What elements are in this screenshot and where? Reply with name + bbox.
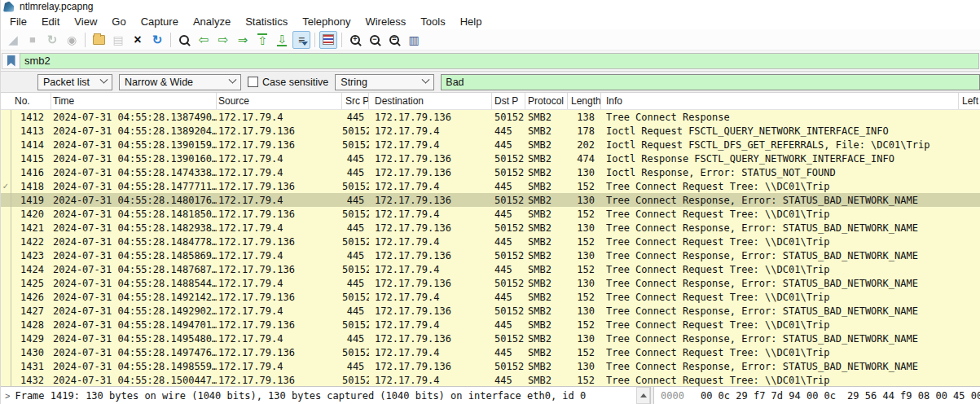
- menu-item-capture[interactable]: Capture: [134, 15, 186, 29]
- header-cell-dstp[interactable]: Dst P: [492, 93, 525, 109]
- cell-protocol: SMB2: [525, 292, 568, 303]
- cell-protocol: SMB2: [525, 112, 568, 123]
- zoom-out-button[interactable]: −: [366, 31, 384, 49]
- go-to-packet-button[interactable]: ⇒: [234, 31, 252, 49]
- header-cell-left[interactable]: Left: [959, 93, 980, 109]
- cell-time: 2024-07-31 04:55:28.1482938…: [51, 222, 217, 234]
- packet-bytes-pane[interactable]: 0000 00 0c 29 f7 7d 94 00 0c 29 56 44 f9…: [654, 387, 980, 404]
- cell-dst-port: 50152: [492, 305, 525, 317]
- cell-src-port: 50152: [342, 181, 369, 192]
- packet-row[interactable]: 14142024-07-31 04:55:28.1390159…172.17.7…: [1, 138, 980, 152]
- display-filter-input[interactable]: smb2: [20, 53, 979, 69]
- menu-item-help[interactable]: Help: [453, 15, 490, 29]
- find-button[interactable]: [175, 31, 193, 49]
- header-cell-dest[interactable]: Destination: [369, 93, 492, 109]
- cell-destination: 172.17.79.4: [369, 181, 492, 192]
- auto-scroll-button[interactable]: ≡: [292, 31, 310, 49]
- header-cell-no[interactable]: No.: [11, 93, 51, 109]
- menu-item-statistics[interactable]: Statistics: [238, 15, 295, 29]
- packet-row[interactable]: 14212024-07-31 04:55:28.1482938…172.17.7…: [1, 221, 980, 235]
- packet-row[interactable]: 14302024-07-31 04:55:28.1497476…172.17.7…: [1, 345, 980, 359]
- detail-expander-icon[interactable]: >: [1, 391, 15, 401]
- cell-info: Tree Connect Response, Error: STATUS_BAD…: [601, 361, 980, 372]
- file-open-button[interactable]: [90, 31, 108, 49]
- capture-restart-button[interactable]: ↻: [43, 31, 61, 49]
- cell-src-port: 445: [342, 278, 369, 289]
- header-cell-len[interactable]: Length: [568, 93, 601, 109]
- packet-row[interactable]: 14282024-07-31 04:55:28.1494701…172.17.7…: [1, 318, 980, 332]
- packet-row[interactable]: 14242024-07-31 04:55:28.1487687…172.17.7…: [1, 262, 980, 276]
- menu-item-go[interactable]: Go: [104, 15, 133, 29]
- colorize-button[interactable]: [319, 31, 337, 49]
- go-top-icon: ⇧: [257, 33, 267, 46]
- related-check-icon: [1, 276, 11, 290]
- header-cell-srcp[interactable]: Src P: [342, 93, 369, 109]
- go-forward-button[interactable]: ⇨: [214, 31, 232, 49]
- menu-item-telephony[interactable]: Telephony: [295, 15, 358, 29]
- find-input[interactable]: Bad: [441, 74, 980, 90]
- packet-row[interactable]: 14292024-07-31 04:55:28.1495480…172.17.7…: [1, 332, 980, 345]
- packet-row[interactable]: 14122024-07-31 04:55:28.1387490…172.17.7…: [1, 110, 980, 124]
- capture-stop-button[interactable]: ■: [24, 31, 42, 49]
- zoom-reset-button[interactable]: =: [385, 31, 403, 49]
- cell-time: 2024-07-31 04:55:28.1500447…: [51, 375, 217, 386]
- file-open-icon: [93, 35, 105, 45]
- cell-src-port: 445: [342, 250, 369, 261]
- related-check-icon: [1, 152, 11, 165]
- packet-row[interactable]: 14192024-07-31 04:55:28.1480176…172.17.7…: [1, 193, 980, 207]
- cell-protocol: SMB2: [525, 305, 568, 317]
- go-bottom-button[interactable]: ⇩: [273, 31, 291, 49]
- go-top-button[interactable]: ⇧: [253, 31, 271, 49]
- cell-source: 172.17.79.4: [217, 195, 342, 206]
- case-sensitive-checkbox[interactable]: [248, 77, 258, 87]
- header-cell-proto[interactable]: Protocol: [525, 93, 568, 109]
- reload-button[interactable]: ↻: [148, 31, 166, 49]
- header-cell-source[interactable]: Source: [217, 93, 342, 109]
- packet-row[interactable]: 14232024-07-31 04:55:28.1485869…172.17.7…: [1, 248, 980, 262]
- cell-dst-port: 445: [492, 236, 525, 248]
- packet-detail-pane[interactable]: > Frame 1419: 130 bytes on wire (1040 bi…: [1, 387, 636, 404]
- search-type-select[interactable]: String: [335, 74, 434, 90]
- file-close-button[interactable]: ×: [129, 31, 147, 49]
- resize-columns-button[interactable]: ▥: [405, 31, 423, 49]
- packet-row[interactable]: ✓14182024-07-31 04:55:28.1477711…172.17.…: [1, 179, 980, 193]
- menu-item-view[interactable]: View: [67, 15, 104, 29]
- menu-item-edit[interactable]: Edit: [34, 15, 67, 29]
- capture-restart-icon: ↻: [47, 33, 58, 46]
- cell-dst-port: 445: [492, 319, 525, 331]
- cell-src-port: 445: [342, 305, 369, 317]
- packet-row[interactable]: 14312024-07-31 04:55:28.1498559…172.17.7…: [1, 359, 980, 373]
- go-back-button[interactable]: ⇦: [195, 31, 213, 49]
- menu-item-tools[interactable]: Tools: [413, 15, 452, 29]
- related-check-icon: [1, 373, 11, 386]
- menu-item-analyze[interactable]: Analyze: [186, 15, 238, 29]
- packet-row[interactable]: 14252024-07-31 04:55:28.1488544…172.17.7…: [1, 276, 980, 290]
- go-bottom-icon: ⇩: [277, 33, 287, 46]
- filter-bookmark-button[interactable]: [2, 53, 20, 69]
- zoom-in-button[interactable]: +: [346, 31, 364, 49]
- detail-scroll-up-button[interactable]: [636, 387, 650, 404]
- file-save-button[interactable]: ▤: [109, 31, 127, 49]
- menu-item-file[interactable]: File: [2, 15, 34, 29]
- search-charset-select[interactable]: Narrow & Wide: [119, 74, 241, 90]
- header-cell-info[interactable]: Info: [601, 93, 959, 109]
- packet-row[interactable]: 14262024-07-31 04:55:28.1492142…172.17.7…: [1, 290, 980, 304]
- cell-no: 1425: [11, 278, 51, 289]
- packet-row[interactable]: 14222024-07-31 04:55:28.1484778…172.17.7…: [1, 235, 980, 248]
- packet-row[interactable]: 14322024-07-31 04:55:28.1500447…172.17.7…: [1, 373, 980, 386]
- packet-row[interactable]: 14152024-07-31 04:55:28.1390160…172.17.7…: [1, 152, 980, 165]
- capture-options-button[interactable]: ◉: [63, 31, 81, 49]
- cell-time: 2024-07-31 04:55:28.1390160…: [51, 153, 217, 165]
- cell-src-port: 445: [342, 222, 369, 234]
- menu-item-wireless[interactable]: Wireless: [358, 15, 413, 29]
- search-scope-select[interactable]: Packet list: [37, 74, 112, 90]
- cell-no: 1415: [11, 153, 51, 165]
- header-cell-time[interactable]: Time: [51, 93, 217, 109]
- cell-no: 1431: [11, 361, 51, 372]
- packet-row[interactable]: 14132024-07-31 04:55:28.1389204…172.17.7…: [1, 124, 980, 138]
- packet-row[interactable]: 14162024-07-31 04:55:28.1474338…172.17.7…: [1, 165, 980, 179]
- cell-destination: 172.17.79.4: [369, 236, 492, 248]
- packet-row[interactable]: 14272024-07-31 04:55:28.1492902…172.17.7…: [1, 304, 980, 318]
- packet-row[interactable]: 14202024-07-31 04:55:28.1481850…172.17.7…: [1, 207, 980, 221]
- capture-start-button[interactable]: ◢: [4, 31, 22, 49]
